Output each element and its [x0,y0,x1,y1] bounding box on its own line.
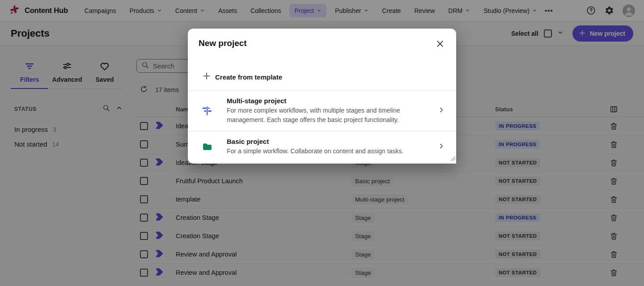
option-description: For a simple workflow. Collaborate on co… [227,147,403,156]
modal-title: New project [199,38,247,48]
resize-handle[interactable] [449,155,456,163]
chevron-right-icon [437,106,445,116]
folder-icon [201,141,213,152]
option-title: Basic project [227,138,403,145]
close-icon[interactable] [435,38,445,51]
option-text: Basic projectFor a simple workflow. Coll… [227,138,403,156]
chevron-right-icon [437,142,445,152]
option-title: Multi-stage project [227,97,415,105]
plus-icon [202,72,211,82]
create-from-template-option[interactable]: Create from template [188,72,456,91]
create-from-template-label: Create from template [215,73,282,81]
option-description: For more complex workflows, with multipl… [227,106,415,125]
modal-option-multi-stage-project[interactable]: Multi-stage projectFor more complex work… [188,91,456,131]
option-text: Multi-stage projectFor more complex work… [227,97,415,125]
modal-option-basic-project[interactable]: Basic projectFor a simple workflow. Coll… [188,131,456,163]
new-project-modal: New project Create from template Multi-s… [188,29,456,164]
multi-stage-icon [201,105,213,117]
